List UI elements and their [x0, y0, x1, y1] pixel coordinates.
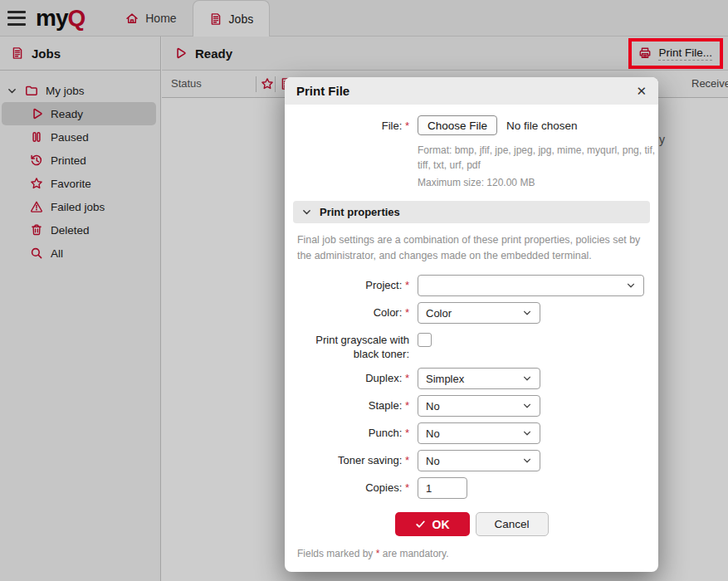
file-format-hint: Format: bmp, jfif, jpe, jpeg, jpg, mime,… — [418, 143, 662, 173]
required-mark: * — [405, 399, 409, 412]
required-mark: * — [405, 120, 409, 132]
cancel-button[interactable]: Cancel — [476, 512, 549, 536]
print-properties-section-header[interactable]: Print properties — [293, 201, 650, 223]
ok-button[interactable]: OK — [395, 512, 470, 536]
dialog-header: Print File ✕ — [285, 77, 658, 105]
copies-input[interactable]: 1 — [418, 477, 467, 499]
select-value: No — [426, 400, 440, 413]
field-row: Project: * — [293, 275, 650, 296]
print-properties-form: Project: *Color: *ColorPrint grayscale w… — [293, 275, 650, 499]
file-label: File: * — [293, 115, 418, 190]
close-icon[interactable]: ✕ — [636, 85, 647, 97]
required-mark: * — [405, 372, 409, 384]
field-label: Color: * — [293, 302, 418, 324]
chevron-down-icon — [522, 456, 532, 466]
mandatory-fields-note: Fields marked by * are mandatory. — [297, 548, 650, 559]
select-value: Simplex — [426, 373, 464, 385]
field-label: Staple: * — [293, 395, 418, 417]
required-mark: * — [405, 481, 409, 494]
input-value: 1 — [426, 482, 432, 495]
staple-select[interactable]: No — [418, 395, 540, 417]
select-value: No — [426, 427, 440, 440]
toner-saving-select[interactable]: No — [418, 450, 540, 471]
punch-select[interactable]: No — [418, 422, 540, 444]
field-row: Toner saving: *No — [293, 450, 650, 471]
choose-file-button[interactable]: Choose File — [418, 115, 497, 135]
required-mark: * — [405, 306, 409, 319]
color-select[interactable]: Color — [418, 302, 540, 324]
chevron-down-icon — [522, 308, 532, 318]
field-row: Color: *Color — [293, 302, 650, 324]
grayscale-checkbox[interactable] — [418, 333, 432, 347]
field-label: Punch: * — [293, 422, 418, 444]
field-row: Print grayscale with black toner: — [293, 330, 650, 362]
print-file-dialog: Print File ✕ File: * Choose File No file… — [285, 77, 658, 572]
field-label: Duplex: * — [293, 368, 418, 389]
file-max-size-hint: Maximum size: 120.00 MB — [418, 175, 662, 190]
file-field-row: File: * Choose File No file chosen Forma… — [293, 115, 650, 190]
chevron-down-icon — [301, 207, 312, 217]
field-label: Copies: * — [293, 477, 418, 499]
project-select[interactable] — [418, 275, 644, 296]
field-row: Punch: *No — [293, 422, 650, 444]
required-mark: * — [405, 454, 409, 466]
duplex-select[interactable]: Simplex — [418, 368, 540, 389]
chevron-down-icon — [522, 428, 532, 438]
check-icon — [415, 519, 426, 530]
required-mark: * — [405, 427, 409, 439]
dialog-buttons: OK Cancel — [293, 512, 650, 536]
field-row: Copies: *1 — [293, 477, 650, 499]
chevron-down-icon — [522, 401, 532, 411]
field-label: Toner saving: * — [293, 450, 418, 471]
ok-label: OK — [432, 518, 450, 531]
field-row: Staple: *No — [293, 395, 650, 417]
select-value: Color — [426, 307, 452, 320]
chevron-down-icon — [522, 374, 532, 383]
required-mark: * — [405, 279, 409, 291]
file-control: Choose File No file chosen Format: bmp, … — [418, 115, 662, 190]
field-label: Print grayscale with black toner: — [293, 330, 418, 362]
section-description: Final job settings are a combination of … — [297, 232, 649, 263]
chevron-down-icon — [626, 281, 636, 290]
field-label: Project: * — [293, 275, 418, 296]
annotation-highlight-box — [628, 38, 723, 69]
section-title: Print properties — [320, 206, 400, 218]
dialog-body: File: * Choose File No file chosen Forma… — [285, 105, 658, 572]
field-row: Duplex: *Simplex — [293, 368, 650, 389]
dialog-title: Print File — [296, 84, 349, 98]
no-file-chosen-text: No file chosen — [506, 120, 578, 132]
myq-web-app: myQ Home Jobs Jobs My jobsReadyPausedPri… — [0, 0, 728, 581]
select-value: No — [426, 455, 440, 467]
